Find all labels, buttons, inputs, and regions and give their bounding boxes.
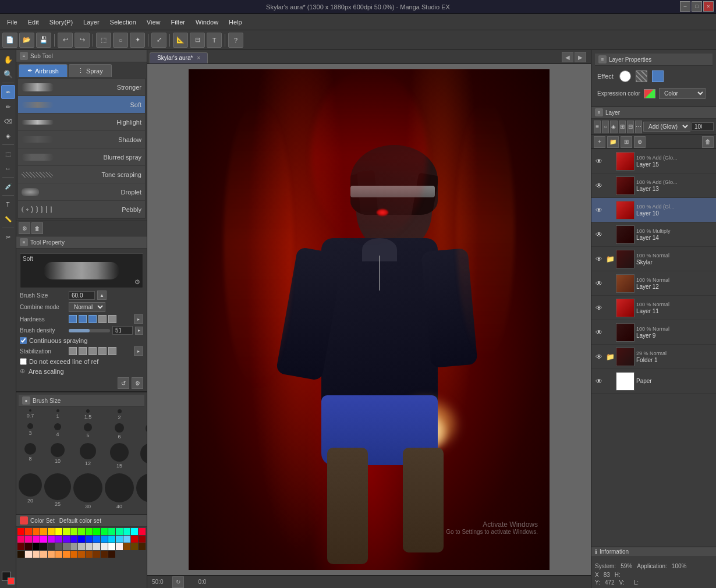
color-swatch[interactable] — [108, 543, 115, 550]
menu-window[interactable]: Window — [191, 17, 223, 27]
color-swatch[interactable] — [78, 536, 85, 543]
menu-selection[interactable]: Selection — [105, 17, 141, 27]
brush-size-item[interactable]: 4 — [44, 423, 71, 441]
subtool-delete-button[interactable]: 🗑 — [31, 222, 43, 234]
color-swatch[interactable] — [48, 551, 55, 558]
layer-visibility-icon[interactable]: 👁 — [594, 205, 604, 215]
color-swatch[interactable] — [33, 528, 40, 535]
brush-item-tone[interactable]: Tone scraping — [18, 166, 145, 183]
brush-size-item[interactable]: 2 — [105, 409, 134, 421]
brush-size-item[interactable]: 7 — [136, 423, 147, 441]
expression-color-select[interactable]: Color — [659, 88, 706, 99]
brush-item-droplet[interactable]: Droplet — [18, 183, 145, 201]
color-swatch[interactable] — [93, 536, 100, 543]
brush-density-stepper[interactable]: ▸ — [135, 327, 143, 335]
tab-airbrush[interactable]: ✒ Airbrush — [19, 64, 68, 77]
combine-mode-select[interactable]: Normal — [69, 302, 105, 312]
close-button[interactable]: × — [703, 1, 714, 12]
color-swatch[interactable] — [116, 536, 123, 543]
delete-layer-button[interactable]: 🗑 — [702, 136, 714, 148]
color-swatch[interactable] — [70, 543, 77, 550]
canvas-tab-close[interactable]: × — [197, 55, 200, 61]
hardness-stepper[interactable]: ▸ — [134, 314, 143, 324]
stab-stepper[interactable]: ▸ — [134, 346, 143, 356]
layer-item[interactable]: 👁100 % Add (Glo...Layer 15 — [591, 149, 716, 173]
color-swatch[interactable] — [17, 551, 24, 558]
hardness-dot-5[interactable] — [108, 315, 116, 323]
layer-toolbar-icon-1[interactable]: ≡ — [594, 121, 601, 133]
tool-text[interactable]: T — [1, 197, 15, 211]
layer-visibility-icon[interactable]: 👁 — [594, 156, 604, 167]
tab-spray[interactable]: ⋮ Spray — [69, 64, 112, 77]
layer-visibility-icon[interactable]: 👁 — [594, 352, 604, 362]
color-swatch[interactable] — [101, 528, 108, 535]
new-file-button[interactable]: 📄 — [2, 33, 17, 48]
layer-toolbar-icon-2[interactable]: ○ — [602, 121, 609, 133]
menu-edit[interactable]: Edit — [23, 17, 44, 27]
text-button[interactable]: T — [207, 33, 222, 48]
color-swatch[interactable] — [40, 543, 47, 550]
layer-item[interactable]: 👁100 % MultiplyLayer 14 — [591, 222, 716, 247]
brush-size-item[interactable]: 1 — [44, 409, 71, 421]
brush-item-shadow[interactable]: Shadow — [18, 131, 145, 148]
redo-button[interactable]: ↪ — [75, 33, 90, 48]
color-swatch[interactable] — [116, 543, 123, 550]
layer-blend-select[interactable]: Add (Glow) — [643, 122, 690, 132]
color-swatch[interactable] — [40, 536, 47, 543]
brush-size-item[interactable]: 2.5 — [136, 409, 147, 421]
tool-airbrush[interactable]: ✒ — [1, 85, 15, 99]
layer-item[interactable]: 👁100 % Add (Glo...Layer 13 — [591, 173, 716, 198]
brush-item-stronger[interactable]: Stronger — [18, 79, 145, 96]
color-swatch[interactable] — [25, 536, 32, 543]
menu-story[interactable]: Story(P) — [45, 17, 77, 27]
layer-visibility-icon[interactable]: 👁 — [594, 180, 604, 191]
color-swatch[interactable] — [93, 551, 100, 558]
color-swatch[interactable] — [55, 543, 62, 550]
color-swatch[interactable] — [63, 543, 70, 550]
effect-pattern-icon[interactable] — [635, 69, 648, 83]
brush-settings-icon[interactable]: ⚙ — [134, 278, 140, 286]
tool-cut[interactable]: ✂ — [1, 230, 15, 244]
color-swatch[interactable] — [108, 551, 115, 558]
layer-item[interactable]: 👁100 % NormalLayer 12 — [591, 271, 716, 296]
color-swatch[interactable] — [17, 536, 24, 543]
color-swatch[interactable] — [17, 528, 24, 535]
layer-visibility-icon[interactable]: 👁 — [594, 229, 604, 240]
new-folder-button[interactable]: 📁 — [607, 136, 619, 148]
color-swatch[interactable] — [123, 528, 130, 535]
stab-dot-3[interactable] — [88, 347, 97, 355]
tool-eyedropper[interactable]: 💉 — [1, 179, 15, 193]
layer-visibility-icon[interactable]: 👁 — [594, 278, 604, 289]
brush-size-item[interactable]: 5 — [73, 423, 102, 441]
color-swatch[interactable] — [139, 528, 146, 535]
color-swatch[interactable] — [86, 543, 93, 550]
color-swatch[interactable] — [63, 551, 70, 558]
expression-color-swatch[interactable] — [644, 89, 655, 98]
tool-move[interactable]: ↔ — [1, 161, 15, 175]
frame-button[interactable]: ⊟ — [190, 33, 205, 48]
minimize-button[interactable]: – — [680, 1, 690, 12]
brush-size-input[interactable] — [69, 291, 95, 300]
layer-item[interactable]: 👁📁100 % NormalSkylar — [591, 247, 716, 271]
color-swatch[interactable] — [25, 551, 32, 558]
color-swatch[interactable] — [33, 551, 40, 558]
color-swatch[interactable] — [139, 543, 146, 550]
tool-pen[interactable]: ✏ — [1, 100, 15, 114]
color-swatch[interactable] — [70, 551, 77, 558]
select-button[interactable]: ⬚ — [96, 33, 111, 48]
layer-item[interactable]: 👁100 % NormalLayer 11 — [591, 296, 716, 320]
brush-size-item[interactable]: 30 — [73, 473, 102, 509]
menu-layer[interactable]: Layer — [79, 17, 104, 27]
duplicate-layer-button[interactable]: ⊞ — [621, 136, 632, 148]
tool-fill[interactable]: ◈ — [1, 129, 15, 143]
open-button[interactable]: 📂 — [19, 33, 34, 48]
menu-filter[interactable]: Filter — [166, 17, 190, 27]
color-swatch[interactable] — [33, 536, 40, 543]
tool-ruler[interactable]: 📏 — [1, 212, 15, 226]
color-swatch[interactable] — [131, 543, 138, 550]
new-layer-button[interactable]: + — [594, 136, 605, 148]
brush-size-item[interactable]: 6 — [105, 423, 134, 441]
transform-button[interactable]: ⤢ — [151, 33, 166, 48]
brush-density-input[interactable] — [112, 326, 133, 335]
stab-dot-2[interactable] — [79, 347, 87, 355]
